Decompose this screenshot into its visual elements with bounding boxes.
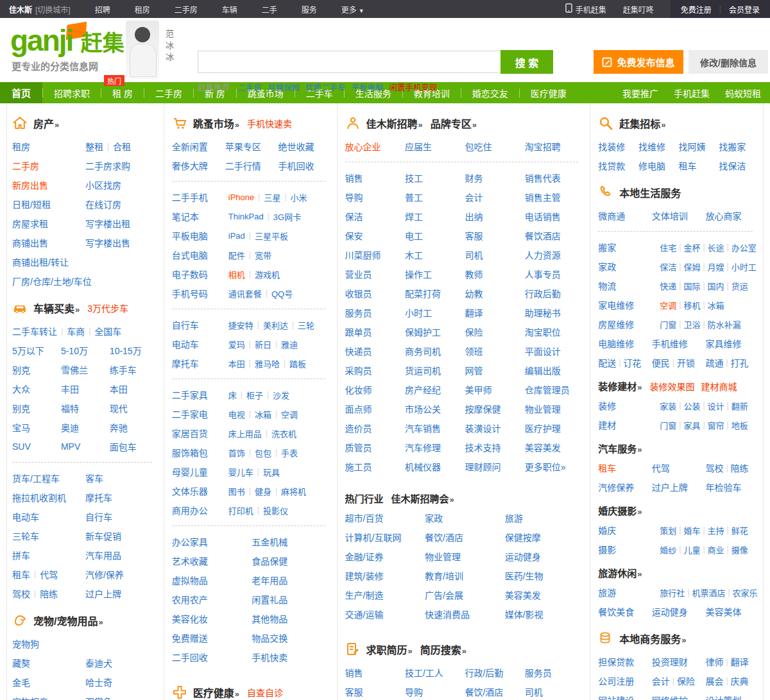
category-link[interactable]: 教育/培训 <box>425 569 463 582</box>
section-title[interactable]: 本地生活服务 <box>619 185 681 200</box>
category-link[interactable]: 厂房/仓库/土地/车位 <box>12 275 92 287</box>
category-link[interactable]: 生产/制造 <box>345 588 384 601</box>
post-free-button[interactable]: 免费发布信息 <box>594 50 683 74</box>
category-link[interactable]: 保险 <box>677 674 695 687</box>
category-link[interactable]: 笔记本 <box>172 210 199 223</box>
category-link[interactable]: 写字楼出租 <box>85 217 130 230</box>
category-link[interactable]: 出纳 <box>465 210 483 223</box>
category-link[interactable]: 仓库管理员 <box>525 383 570 396</box>
category-link[interactable]: 担保贷款 <box>598 655 634 668</box>
category-link[interactable]: 美容美发 <box>525 441 561 454</box>
category-link[interactable]: 福特 <box>61 402 79 414</box>
category-link[interactable]: 主持 <box>708 524 724 536</box>
category-link[interactable]: 绝世收藏 <box>278 140 314 153</box>
category-link[interactable]: 图书 <box>228 485 245 497</box>
category-link[interactable]: 食品保健 <box>252 554 287 567</box>
topbar-link[interactable]: 租房 <box>135 4 150 15</box>
category-link[interactable]: 造价员 <box>345 422 372 434</box>
category-link[interactable]: 租车 <box>12 568 30 581</box>
category-link[interactable]: 观赏鱼 <box>85 695 112 700</box>
category-link[interactable]: 商业 <box>708 543 724 556</box>
ganji-logo[interactable]: ganji 赶集 <box>10 23 124 58</box>
category-link[interactable]: 美容化妆 <box>172 612 208 625</box>
category-link[interactable]: 找阿姨 <box>679 140 706 153</box>
category-link[interactable]: ThinkPad <box>228 212 264 221</box>
category-link[interactable]: 销售 <box>345 171 363 184</box>
category-link[interactable]: 沙发 <box>273 389 289 401</box>
category-link[interactable]: 找保洁 <box>719 159 746 172</box>
category-link[interactable]: 车商 <box>67 325 85 337</box>
category-link[interactable]: 家政 <box>598 260 616 273</box>
category-link[interactable]: 新房出售 <box>12 178 48 191</box>
category-link[interactable]: 台式电脑 <box>172 248 208 261</box>
category-link[interactable]: 包包 <box>255 447 271 459</box>
category-link[interactable]: 电工 <box>405 229 423 242</box>
category-link[interactable]: 房产经纪 <box>405 383 441 396</box>
category-link[interactable]: 运动健身 <box>652 605 688 618</box>
category-link[interactable]: 会计 <box>652 674 670 687</box>
category-link[interactable]: 练手车 <box>110 363 137 376</box>
category-link[interactable]: 洗衣机 <box>271 427 296 440</box>
category-link[interactable]: 地板 <box>732 419 748 431</box>
category-link[interactable]: 家具维修 <box>705 337 741 350</box>
category-link[interactable]: 川菜厨师 <box>345 248 381 261</box>
category-link[interactable]: 电话销售 <box>525 210 561 223</box>
category-link[interactable]: 金融/证券 <box>345 550 384 563</box>
category-link[interactable]: 投影仪 <box>263 504 288 516</box>
category-link[interactable]: 焊工 <box>405 210 423 223</box>
category-link[interactable]: 服务员 <box>525 666 552 679</box>
nav-item[interactable]: 二手房 <box>144 82 193 103</box>
section-title[interactable]: 求职简历» <box>366 642 413 657</box>
category-link[interactable]: 平面设计 <box>525 345 561 357</box>
category-link[interactable]: 母婴儿童 <box>172 465 208 478</box>
category-link[interactable]: 客车 <box>85 472 103 484</box>
category-link[interactable]: 物业管理 <box>525 402 561 415</box>
recommend-link[interactable]: 平板电脑 <box>352 81 384 93</box>
category-link[interactable]: 餐饮/酒店 <box>465 685 503 698</box>
category-link[interactable]: 五金机械 <box>252 535 287 548</box>
category-link[interactable]: 汽修保养 <box>598 481 634 493</box>
category-link[interactable]: 农家乐 <box>733 586 758 599</box>
category-link[interactable]: 手机维修 <box>652 337 688 350</box>
category-link[interactable]: 装修 <box>598 399 616 412</box>
category-link[interactable]: 律师 <box>705 655 723 668</box>
category-link[interactable]: 电子数码 <box>172 268 208 280</box>
category-link[interactable]: 编辑出版 <box>525 364 561 377</box>
category-link[interactable]: 家居百货 <box>172 427 208 440</box>
nav-item[interactable]: 婚恋交友 <box>461 82 519 103</box>
category-link[interactable]: 医疗护理 <box>525 422 561 434</box>
category-link[interactable]: 配件 <box>228 249 245 261</box>
category-link[interactable]: 人力资源 <box>525 248 561 261</box>
category-link[interactable]: 本田 <box>110 382 128 395</box>
category-link[interactable]: 农用农产 <box>172 593 208 606</box>
category-link[interactable]: 代驾 <box>652 461 670 474</box>
category-link[interactable]: 过户上牌 <box>85 587 121 600</box>
category-link[interactable]: 免费赠送 <box>172 631 208 644</box>
category-link[interactable]: 行政/后勤 <box>465 666 503 679</box>
category-link[interactable]: 二手行情 <box>225 159 261 172</box>
category-link[interactable]: 司机 <box>465 248 483 261</box>
topbar-link[interactable]: 二手 <box>262 4 277 15</box>
category-link[interactable]: 保安 <box>345 229 363 242</box>
category-link[interactable]: 宝马 <box>12 421 30 434</box>
category-link[interactable]: 保洁 <box>345 210 363 223</box>
category-link[interactable]: 餐饮/酒店 <box>425 531 463 543</box>
category-link[interactable]: 市场公关 <box>405 402 441 415</box>
category-link[interactable]: 翻译 <box>731 655 749 668</box>
category-link[interactable]: 摩托车 <box>85 491 112 504</box>
category-link[interactable]: 租车 <box>679 159 697 172</box>
category-link[interactable]: 三轮 <box>298 319 314 331</box>
category-link[interactable]: 物流 <box>598 279 616 292</box>
section-hot-link[interactable]: 手机快速卖 <box>247 117 292 130</box>
category-link[interactable]: 物业管理 <box>425 550 461 563</box>
nav-item[interactable]: 招聘求职 <box>43 82 101 103</box>
category-link[interactable]: 更多职位» <box>525 460 566 473</box>
category-link[interactable]: 婴儿车 <box>228 466 253 478</box>
category-link[interactable]: 施工员 <box>345 460 372 473</box>
category-link[interactable]: 销售代表 <box>525 171 561 184</box>
section-title[interactable]: 品牌专区» <box>431 115 477 131</box>
category-link[interactable]: SUV <box>12 441 31 452</box>
category-link[interactable]: 公装 <box>683 400 700 412</box>
category-link[interactable]: 长途 <box>708 241 724 253</box>
category-link[interactable]: 找贷款 <box>598 159 625 172</box>
